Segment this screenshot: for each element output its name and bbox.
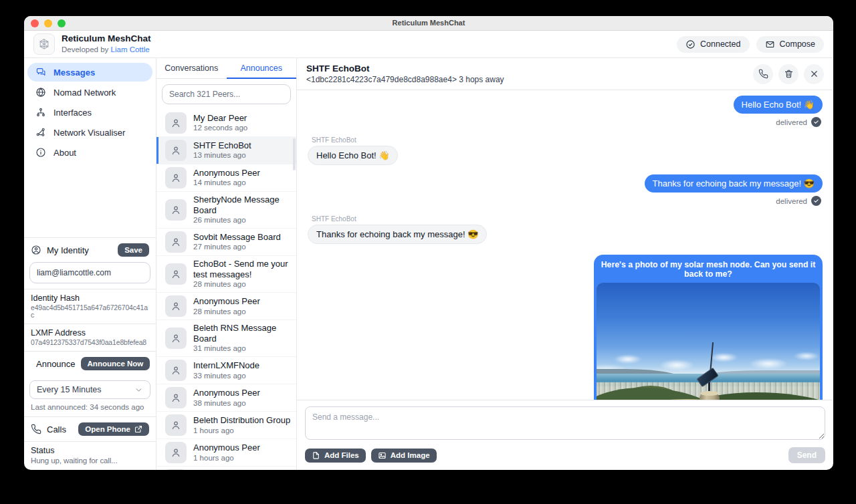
peer-row[interactable]: InternLXMFNode33 minutes ago: [156, 357, 296, 384]
sidebar-item-about[interactable]: About: [27, 143, 152, 162]
save-button[interactable]: Save: [118, 243, 149, 257]
peer-name: Anonymous Peer: [193, 296, 260, 307]
add-image-button[interactable]: Add Image: [371, 449, 437, 463]
open-phone-button[interactable]: Open Phone: [78, 422, 149, 436]
message-status: delivered: [776, 196, 821, 206]
trash-icon: [784, 69, 794, 79]
status-label: Status: [31, 446, 149, 455]
identity-panel: My Identity Save Identity Hash e49ac4d5b…: [24, 237, 156, 470]
peer-row[interactable]: My Dear Peer12 seconds ago: [156, 110, 296, 137]
person-circle-icon: [31, 245, 41, 255]
status-value: Hung up, waiting for call...: [31, 457, 149, 465]
peers-scrollbar[interactable]: [293, 138, 296, 170]
connected-label: Connected: [700, 39, 740, 49]
lxmf-address-section: LXMF Address 07a4912375337d7543f0aa1e8bf…: [24, 324, 156, 351]
tab-conversations[interactable]: Conversations: [156, 58, 227, 79]
peer-row[interactable]: Sovbit Message Board27 minutes ago: [156, 229, 296, 256]
peer-name: SHTF EchoBot: [193, 140, 251, 151]
delete-conversation-button[interactable]: [778, 64, 798, 84]
developer-link[interactable]: Liam Cottle: [111, 45, 150, 53]
avatar: [165, 112, 187, 134]
peer-name: Anonymous Peer: [193, 168, 260, 178]
message-status: delivered: [776, 117, 821, 127]
peer-row[interactable]: SherbyNode Message Board26 minutes ago: [156, 192, 296, 229]
incoming-message: Thanks for echoing back my message! 😎: [308, 225, 487, 244]
peer-time: 33 minutes ago: [193, 371, 259, 381]
last-announced-text: Last announced: 34 seconds ago: [24, 402, 156, 416]
avatar: [165, 140, 187, 161]
avatar: [165, 295, 187, 317]
compose-button[interactable]: Compose: [756, 36, 825, 53]
message-history: Hello Echo Bot! 👋 delivered SHTF EchoBot…: [297, 90, 833, 400]
sidebar-item-label: Interfaces: [54, 108, 92, 118]
peer-row[interactable]: Anonymous Peer14 minutes ago: [156, 164, 296, 192]
sidebar-item-messages[interactable]: Messages: [27, 63, 152, 82]
peer-row[interactable]: Alixpat1 hours ago: [156, 467, 296, 470]
avatar: [165, 263, 187, 285]
sidebar-item-network-visualiser[interactable]: Network Visualiser: [27, 123, 152, 142]
incoming-sender-label: SHTF EchoBot: [312, 136, 356, 144]
peer-name: InternLXMFNode: [193, 360, 259, 371]
globe-icon: [35, 87, 46, 98]
peer-time: 26 minutes ago: [193, 215, 291, 225]
avatar: [165, 167, 187, 188]
send-button[interactable]: Send: [788, 447, 825, 463]
titlebar: Reticulum MeshChat: [24, 16, 833, 31]
sidebar-item-interfaces[interactable]: Interfaces: [27, 103, 152, 122]
avatar: [165, 469, 187, 470]
peers-tabs: Conversations Announces: [156, 58, 296, 79]
person-icon: [170, 144, 182, 156]
peer-row-selected[interactable]: SHTF EchoBot13 minutes ago: [156, 137, 296, 164]
peer-time: 1 hours ago: [193, 453, 260, 463]
announce-now-button[interactable]: Announce Now: [81, 357, 150, 370]
peer-name: Sovbit Message Board: [193, 232, 281, 243]
peers-list: My Dear Peer12 seconds ago SHTF EchoBot1…: [156, 110, 296, 470]
sidebar-item-label: About: [54, 148, 76, 158]
peer-row[interactable]: Anonymous Peer28 minutes ago: [156, 293, 296, 320]
message-composer: Add Files Add Image Send: [297, 400, 833, 470]
person-icon: [170, 392, 182, 404]
sidebar-item-label: Network Visualiser: [54, 128, 125, 138]
person-icon: [170, 332, 182, 344]
tab-announces[interactable]: Announces: [227, 58, 297, 79]
delivered-label: delivered: [776, 197, 807, 205]
sidebar: Messages Nomad Network Interfaces Networ…: [24, 58, 156, 470]
message-input[interactable]: [305, 406, 825, 440]
person-icon: [170, 447, 182, 459]
outgoing-message: Hello Echo Bot! 👋: [734, 96, 823, 114]
announce-interval-select[interactable]: Every 15 Minutes: [29, 380, 150, 399]
search-peers-input[interactable]: [162, 84, 291, 104]
display-name-field[interactable]: [29, 262, 150, 283]
identity-hash-value: e49ac4d5b451715a647a6726704c41ac: [31, 304, 149, 319]
add-files-button[interactable]: Add Files: [305, 449, 366, 463]
connected-status-badge[interactable]: Connected: [677, 36, 749, 53]
announce-label: Announce: [36, 359, 76, 369]
peer-time: 1 hours ago: [193, 426, 290, 436]
window-title: Reticulum MeshChat: [24, 19, 833, 27]
peer-row[interactable]: Beleth Distribution Group1 hours ago: [156, 412, 296, 439]
delivered-label: delivered: [776, 118, 807, 126]
envelope-icon: [765, 39, 775, 49]
peer-name: My Dear Peer: [193, 113, 247, 124]
file-icon: [312, 451, 320, 460]
outgoing-image-message[interactable]: Here's a photo of my solar mesh node. Ca…: [594, 255, 823, 400]
peer-row[interactable]: EchoBot - Send me your test messages!28 …: [156, 256, 296, 293]
image-icon: [378, 451, 387, 460]
close-conversation-button[interactable]: [804, 64, 824, 84]
close-icon: [809, 69, 819, 79]
peer-row[interactable]: Anonymous Peer1 hours ago: [156, 439, 296, 467]
developed-by-text: Developed by: [62, 45, 108, 53]
avatar: [165, 231, 187, 253]
avatar: [165, 442, 187, 463]
hierarchy-icon: [35, 107, 46, 118]
call-peer-button[interactable]: [753, 64, 773, 84]
sidebar-item-nomad-network[interactable]: Nomad Network: [27, 83, 152, 102]
peer-row[interactable]: Beleth RNS Message Board31 minutes ago: [156, 320, 296, 357]
peer-time: 31 minutes ago: [193, 344, 291, 354]
peer-time: 28 minutes ago: [193, 307, 260, 317]
network-nodes-icon: [35, 127, 46, 138]
chat-header: SHTF EchoBot <1dbc2281c4223c7a479de8cd8a…: [297, 58, 833, 90]
peers-panel: Conversations Announces My Dear Peer12 s…: [156, 58, 297, 470]
mesh-logo-icon: [37, 37, 51, 51]
peer-row[interactable]: Anonymous Peer38 minutes ago: [156, 384, 296, 412]
